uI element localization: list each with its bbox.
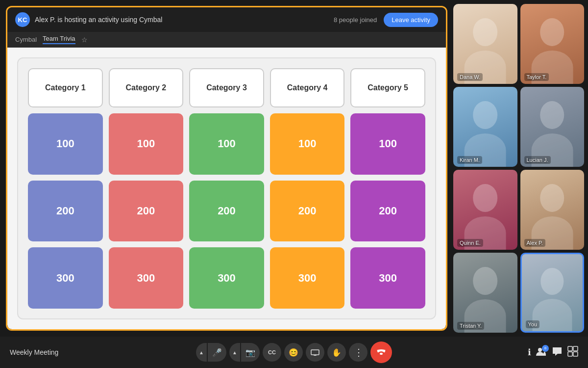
video-tile-taylor-t.: Taylor T.: [520, 4, 585, 84]
raise-hand-button[interactable]: ✋: [327, 343, 346, 362]
chat-button[interactable]: [552, 346, 563, 359]
category-header-3: Category 3: [189, 68, 264, 107]
end-call-button[interactable]: [370, 342, 392, 363]
mic-group: ▲ 🎤: [196, 343, 226, 362]
point-card-5-300[interactable]: 300: [350, 247, 425, 309]
emoji-button[interactable]: 😊: [284, 343, 303, 362]
activities-button[interactable]: [567, 346, 578, 359]
video-tile-lucian-j.: Lucian J.: [520, 87, 585, 167]
activity-title: Alex P. is hosting an activity using Cym…: [35, 16, 162, 24]
svg-rect-8: [568, 352, 572, 356]
video-tile-dana-w.: Dana W.: [453, 4, 517, 84]
controls: ▲ 🎤 ▲ 📷 CC 😊 ✋ ⋮: [154, 342, 434, 363]
more-options-button[interactable]: ⋮: [349, 343, 368, 362]
category-header-4: Category 4: [270, 68, 345, 107]
category-col-4: Category 4100200300: [270, 68, 345, 309]
star-icon[interactable]: ☆: [81, 36, 88, 44]
point-card-1-300[interactable]: 300: [28, 247, 103, 309]
activity-window: KC Alex P. is hosting an activity using …: [6, 6, 447, 331]
people-badge: 8: [542, 345, 549, 352]
cymbal-logo: KC: [15, 12, 30, 27]
video-name-6: Tristan Y.: [457, 322, 484, 330]
main-content: KC Alex P. is hosting an activity using …: [0, 0, 588, 337]
point-card-1-200[interactable]: 200: [28, 181, 103, 242]
camera-chevron[interactable]: ▲: [229, 343, 240, 362]
info-button[interactable]: ℹ: [528, 347, 531, 358]
meeting-title: Weekly Meeting: [10, 348, 149, 356]
video-tile-tristan-y.: Tristan Y.: [453, 253, 517, 333]
video-name-3: Lucian J.: [524, 156, 551, 164]
video-panel: Dana W.Taylor T.Kiran M.Lucian J.Quinn E…: [453, 0, 588, 337]
point-card-4-300[interactable]: 300: [270, 247, 345, 309]
video-tile-alex-p.: Alex P.: [520, 170, 585, 250]
point-card-3-100[interactable]: 100: [189, 113, 264, 175]
right-controls: ℹ 8: [439, 346, 578, 359]
activity-tabs: Cymbal Team Trivia ☆: [7, 32, 446, 48]
point-card-2-100[interactable]: 100: [109, 113, 184, 175]
svg-rect-9: [573, 352, 578, 356]
camera-group: ▲ 📷: [229, 343, 260, 362]
video-tile-you: You: [520, 253, 585, 333]
category-header-1: Category 1: [28, 68, 103, 107]
video-tile-kiran-m.: Kiran M.: [453, 87, 517, 167]
category-header-5: Category 5: [350, 68, 425, 107]
bottom-bar: Weekly Meeting ▲ 🎤 ▲ 📷 CC 😊 ✋ ⋮: [0, 337, 588, 368]
video-name-1: Taylor T.: [524, 73, 549, 81]
category-col-3: Category 3100200300: [189, 68, 264, 309]
activity-header: KC Alex P. is hosting an activity using …: [7, 7, 446, 32]
svg-point-4: [538, 348, 542, 352]
video-tile-quinn-e.: Quinn E.: [453, 170, 517, 250]
svg-rect-0: [311, 350, 319, 355]
point-card-5-200[interactable]: 200: [350, 181, 425, 242]
category-col-1: Category 1100200300: [28, 68, 103, 309]
svg-rect-7: [573, 346, 578, 351]
point-card-2-300[interactable]: 300: [109, 247, 184, 309]
point-card-2-200[interactable]: 200: [109, 181, 184, 242]
video-name-0: Dana W.: [457, 73, 483, 81]
camera-button[interactable]: 📷: [241, 343, 260, 362]
video-name-2: Kiran M.: [457, 156, 482, 164]
point-card-3-200[interactable]: 200: [189, 181, 264, 242]
header-right: 8 people joined Leave activity: [334, 13, 438, 27]
video-name-4: Quinn E.: [457, 239, 483, 247]
leave-activity-button[interactable]: Leave activity: [384, 13, 438, 27]
people-button[interactable]: 8: [536, 347, 547, 358]
mic-chevron[interactable]: ▲: [196, 343, 207, 362]
point-card-1-100[interactable]: 100: [28, 113, 103, 175]
trivia-board: Category 1100200300Category 2100200300Ca…: [7, 48, 446, 329]
category-col-2: Category 2100200300: [109, 68, 184, 309]
people-count: 8 people joined: [334, 16, 377, 24]
captions-button[interactable]: CC: [263, 343, 281, 362]
svg-rect-3: [380, 353, 383, 355]
mic-button[interactable]: 🎤: [208, 343, 226, 362]
point-card-5-100[interactable]: 100: [350, 113, 425, 175]
point-card-3-300[interactable]: 300: [189, 247, 264, 309]
point-card-4-200[interactable]: 200: [270, 181, 345, 242]
tab-team-trivia[interactable]: Team Trivia: [43, 35, 75, 44]
point-card-4-100[interactable]: 100: [270, 113, 345, 175]
header-left: KC Alex P. is hosting an activity using …: [15, 12, 162, 27]
category-col-5: Category 5100200300: [350, 68, 425, 309]
svg-rect-6: [568, 346, 572, 351]
board-inner: Category 1100200300Category 2100200300Ca…: [17, 57, 436, 319]
category-header-2: Category 2: [109, 68, 184, 107]
present-button[interactable]: [306, 343, 324, 362]
tab-cymbal[interactable]: Cymbal: [15, 36, 37, 43]
video-name-5: Alex P.: [524, 239, 545, 247]
video-name-7: You: [526, 320, 540, 328]
activity-panel: KC Alex P. is hosting an activity using …: [0, 0, 453, 337]
